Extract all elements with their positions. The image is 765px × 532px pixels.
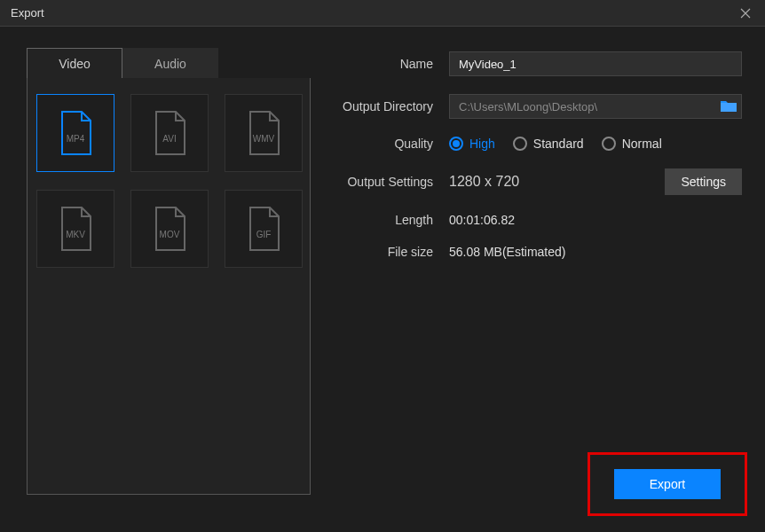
radio-icon <box>602 137 616 151</box>
settings-panel: Name Output Directory Quality <box>328 48 742 511</box>
format-tile-mp4[interactable]: MP4 <box>36 94 114 172</box>
file-size-value: 56.08 MB(Estimated) <box>449 245 566 259</box>
row-length: Length 00:01:06.82 <box>334 213 742 227</box>
quality-high-label: High <box>469 137 495 151</box>
radio-icon <box>449 137 463 151</box>
radio-icon <box>513 137 527 151</box>
format-tabs: Video Audio <box>27 48 311 78</box>
titlebar: Export <box>0 0 765 27</box>
row-file-size: File size 56.08 MB(Estimated) <box>334 245 742 259</box>
tab-audio[interactable]: Audio <box>122 48 218 78</box>
dialog-body: Video Audio MP4AVIWMVMKVMOVGIF Name Outp… <box>0 27 765 532</box>
format-panel: MP4AVIWMVMKVMOVGIF <box>27 78 311 495</box>
export-highlight-box: Export <box>588 452 747 516</box>
row-output-settings: Output Settings 1280 x 720 Settings <box>334 168 742 195</box>
settings-button[interactable]: Settings <box>665 168 742 195</box>
output-directory-label: Output Directory <box>334 99 449 113</box>
left-panel: Video Audio MP4AVIWMVMKVMOVGIF <box>27 48 311 511</box>
window-title: Export <box>11 6 44 20</box>
quality-label: Quality <box>334 137 449 151</box>
file-icon: AVI <box>149 108 190 158</box>
format-tile-wmv[interactable]: WMV <box>225 94 303 172</box>
name-input[interactable] <box>449 51 742 76</box>
quality-standard[interactable]: Standard <box>513 137 584 151</box>
row-output-directory: Output Directory <box>334 94 742 119</box>
output-directory-input[interactable] <box>459 100 720 113</box>
quality-normal-label: Normal <box>622 137 662 151</box>
svg-text:WMV: WMV <box>253 134 275 144</box>
svg-rect-6 <box>721 103 737 112</box>
format-tile-gif[interactable]: GIF <box>225 190 303 268</box>
file-icon: MKV <box>55 204 96 254</box>
file-icon: MOV <box>149 204 190 254</box>
svg-text:MOV: MOV <box>160 230 180 239</box>
quality-normal[interactable]: Normal <box>602 137 662 151</box>
tab-video[interactable]: Video <box>27 48 122 78</box>
quality-standard-label: Standard <box>533 137 584 151</box>
svg-text:MKV: MKV <box>66 230 85 239</box>
file-size-label: File size <box>334 245 449 259</box>
output-directory-field <box>449 94 742 119</box>
file-icon: GIF <box>243 204 284 254</box>
row-quality: Quality High Standard Normal <box>334 137 742 151</box>
svg-text:AVI: AVI <box>162 134 176 144</box>
svg-text:MP4: MP4 <box>67 134 85 144</box>
length-label: Length <box>334 213 449 227</box>
file-icon: WMV <box>243 108 284 158</box>
file-icon: MP4 <box>55 108 96 158</box>
row-name: Name <box>334 51 742 76</box>
name-label: Name <box>334 57 449 71</box>
quality-radio-group: High Standard Normal <box>449 137 662 151</box>
folder-icon[interactable] <box>720 98 737 115</box>
close-icon[interactable] <box>737 4 754 22</box>
svg-text:GIF: GIF <box>256 230 272 239</box>
quality-high[interactable]: High <box>449 137 495 151</box>
format-tile-avi[interactable]: AVI <box>130 94 209 172</box>
length-value: 00:01:06.82 <box>449 213 515 227</box>
export-button[interactable]: Export <box>614 469 721 499</box>
output-settings-value: 1280 x 720 <box>449 174 519 190</box>
output-settings-label: Output Settings <box>334 175 449 189</box>
format-tile-mov[interactable]: MOV <box>130 190 209 268</box>
format-tile-mkv[interactable]: MKV <box>36 190 114 268</box>
